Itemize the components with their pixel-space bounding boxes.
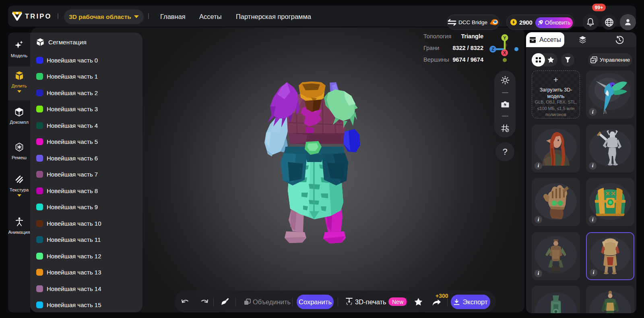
svg-text:Y: Y bbox=[503, 35, 506, 40]
svg-text:X: X bbox=[503, 50, 506, 55]
svg-text:Z: Z bbox=[491, 47, 494, 52]
